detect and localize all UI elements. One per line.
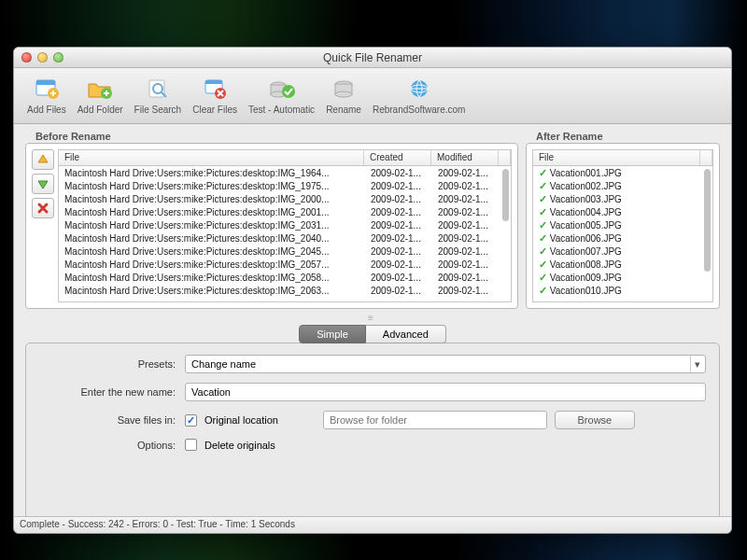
add-folder-button[interactable]: Add Folder [72,73,129,117]
presets-label: Presets: [39,358,185,370]
table-row[interactable]: Macintosh Hard Drive:Users:mike:Pictures… [59,271,511,284]
col-file[interactable]: File [59,150,364,165]
col-created[interactable]: Created [364,150,431,165]
before-table[interactable]: File Created Modified Macintosh Hard Dri… [58,149,512,302]
status-bar: Complete - Success: 242 - Errors: 0 - Te… [14,516,731,533]
after-pane: After Rename File ✓ Vacation001.JPG✓ Vac… [526,143,720,309]
toolbar-label: File Search [134,105,182,115]
table-row[interactable]: ✓ Vacation005.JPG [533,218,712,231]
scrollbar[interactable] [502,169,509,221]
add-folder-icon [84,75,116,103]
table-row[interactable]: ✓ Vacation002.JPG [533,179,712,192]
test-auto-button[interactable]: Test - Automatic [243,73,320,117]
move-down-button[interactable] [32,174,54,194]
toolbar-label: Add Folder [78,105,123,115]
savein-label: Save files in: [39,414,185,426]
rename-button[interactable]: Rename [320,73,367,117]
after-title: After Rename [536,131,603,142]
table-row[interactable]: Macintosh Hard Drive:Users:mike:Pictures… [59,192,511,205]
app-window: Quick File Renamer Add FilesAdd FolderFi… [13,47,732,534]
original-location-checkbox[interactable] [185,414,197,427]
original-location-label: Original location [204,414,278,426]
svg-marker-19 [38,155,48,162]
col-file-after[interactable]: File [533,150,700,165]
toolbar: Add FilesAdd FolderFile SearchClear File… [14,68,731,124]
toolbar-label: Rename [326,105,361,115]
svg-point-13 [282,85,295,98]
clear-files-button[interactable]: Clear Files [187,73,243,117]
before-title: Before Rename [35,131,111,142]
add-files-icon [31,75,63,103]
table-row[interactable]: ✓ Vacation003.JPG [533,192,712,205]
rebrand-icon [403,75,435,103]
table-row[interactable]: Macintosh Hard Drive:Users:mike:Pictures… [59,166,511,179]
file-search-icon [142,75,174,103]
toolbar-label: Add Files [27,105,66,115]
browse-folder-input[interactable] [323,411,547,429]
clear-files-icon [199,75,231,103]
svg-rect-1 [36,80,55,85]
table-row[interactable]: ✓ Vacation007.JPG [533,245,712,258]
newname-label: Enter the new name: [39,386,185,398]
presets-value: Change name [191,358,256,370]
splitter-grip[interactable]: ≡ [25,313,720,323]
remove-button[interactable] [32,198,54,218]
delete-originals-checkbox[interactable] [185,439,197,451]
table-row[interactable]: ✓ Vacation008.JPG [533,258,712,271]
test-auto-icon [266,75,298,103]
toolbar-label: Clear Files [192,105,237,115]
table-row[interactable]: ✓ Vacation001.JPG [533,166,712,179]
tab-advanced[interactable]: Advanced [366,325,446,343]
titlebar[interactable]: Quick File Renamer [14,48,731,68]
rename-icon [328,75,359,103]
browse-button[interactable]: Browse [555,411,635,429]
rebrand-button[interactable]: RebrandSoftware.com [367,73,472,117]
table-row[interactable]: Macintosh Hard Drive:Users:mike:Pictures… [59,179,511,192]
file-search-button[interactable]: File Search [129,73,188,117]
svg-rect-8 [205,80,222,84]
options-label: Options: [39,440,185,451]
add-files-button[interactable]: Add Files [21,73,72,117]
table-row[interactable]: Macintosh Hard Drive:Users:mike:Pictures… [59,231,511,245]
move-up-button[interactable] [32,149,54,170]
after-table[interactable]: File ✓ Vacation001.JPG✓ Vacation002.JPG✓… [532,149,713,302]
svg-marker-20 [38,181,48,189]
col-modified[interactable]: Modified [431,150,499,165]
table-row[interactable]: Macintosh Hard Drive:Users:mike:Pictures… [59,245,511,258]
table-row[interactable]: Macintosh Hard Drive:Users:mike:Pictures… [59,284,511,297]
toolbar-label: Test - Automatic [248,105,315,115]
before-pane: Before Rename File Created Modified [25,143,518,309]
table-row[interactable]: ✓ Vacation009.JPG [533,271,712,284]
table-row[interactable]: Macintosh Hard Drive:Users:mike:Pictures… [59,218,511,231]
scrollbar[interactable] [704,169,711,272]
table-row[interactable]: Macintosh Hard Drive:Users:mike:Pictures… [59,205,511,218]
table-row[interactable]: ✓ Vacation010.JPG [533,284,712,297]
table-row[interactable]: ✓ Vacation004.JPG [533,205,712,218]
window-title: Quick File Renamer [14,51,731,64]
toolbar-label: RebrandSoftware.com [373,105,466,115]
table-row[interactable]: Macintosh Hard Drive:Users:mike:Pictures… [59,258,511,271]
delete-originals-label: Delete originals [204,440,275,451]
form-panel: Presets: Change name ▾ Enter the new nam… [25,343,720,520]
presets-select[interactable]: Change name ▾ [185,355,706,373]
chevron-down-icon: ▾ [690,356,703,372]
tab-simple[interactable]: Simple [299,325,366,343]
table-row[interactable]: ✓ Vacation006.JPG [533,231,712,245]
newname-input[interactable] [185,383,706,401]
svg-point-16 [335,91,352,97]
